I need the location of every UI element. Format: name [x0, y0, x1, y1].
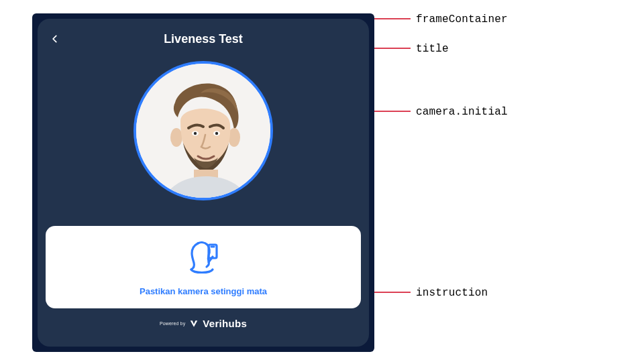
chevron-left-icon [50, 34, 60, 44]
page-title: Liveness Test [164, 32, 243, 46]
face-placeholder-icon [136, 64, 270, 198]
camera-initial [133, 61, 273, 200]
brand: Verihubs [189, 318, 247, 329]
hold-phone-eye-level-icon [182, 237, 225, 280]
powered-by-label: Powered by [160, 321, 185, 326]
anno-instruction: instruction [416, 287, 488, 299]
anno-framecontainer: frameContainer [416, 13, 508, 25]
back-button[interactable] [47, 31, 63, 47]
svg-point-6 [215, 132, 218, 135]
anno-camera-initial: camera.initial [416, 106, 508, 118]
powered-by-footer: Powered by Verihubs [160, 318, 247, 329]
anno-title: title [416, 43, 449, 55]
brand-name: Verihubs [203, 318, 247, 329]
frame-container: Liveness Test [32, 13, 374, 352]
liveness-frame: Liveness Test [38, 19, 369, 347]
brand-logo-icon [189, 319, 199, 328]
instruction-card: Pastikan kamera setinggi mata [46, 226, 361, 308]
svg-point-1 [170, 128, 182, 147]
svg-point-5 [194, 132, 197, 135]
instruction-text: Pastikan kamera setinggi mata [140, 286, 267, 296]
